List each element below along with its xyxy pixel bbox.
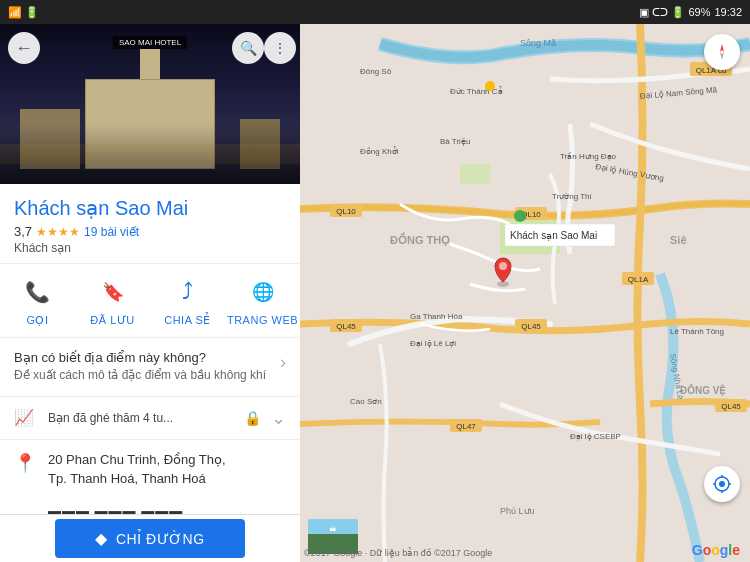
saved-icon: 🔖	[95, 274, 131, 310]
svg-text:Trường Thi: Trường Thi	[552, 192, 592, 201]
expand-icon: ⌄	[271, 407, 286, 429]
directions-button[interactable]: ◆ CHỈ ĐƯỜNG	[55, 519, 244, 558]
map-panel: Sông Mã QL1A cũ QL10 QL10 QL1A QL45 QL45	[300, 24, 750, 562]
my-location-button[interactable]	[704, 466, 740, 502]
svg-text:Siê: Siê	[670, 234, 687, 246]
share-label: CHIA SẺ	[164, 314, 211, 327]
svg-text:🏔: 🏔	[330, 526, 336, 532]
svg-text:Đông Sô: Đông Sô	[360, 67, 392, 76]
back-button[interactable]: ←	[8, 32, 40, 64]
battery-indicator: ▣ ᑕᑐ 🔋 69%	[639, 6, 710, 19]
image-overlay	[0, 124, 300, 184]
svg-text:QL45: QL45	[521, 322, 541, 331]
status-icons: 📶 🔋	[8, 6, 39, 19]
svg-text:Ga Thanh Hóa: Ga Thanh Hóa	[410, 312, 463, 321]
know-title: Bạn có biết địa điểm này không?	[14, 350, 266, 365]
phone-icon: 📞	[20, 274, 56, 310]
bottom-bar: ◆ CHỈ ĐƯỜNG	[0, 514, 300, 562]
address-text: 20 Phan Chu Trinh, Đồng Thọ,Tp. Thanh Ho…	[48, 450, 226, 489]
hotel-type: Khách sạn	[14, 241, 286, 255]
hotel-sign-text: SAO MAI HOTEL	[113, 36, 187, 49]
hotel-image: SAO MAI HOTEL ← 🔍 ⋮	[0, 24, 300, 184]
google-g: G	[692, 542, 703, 558]
know-section[interactable]: Bạn có biết địa điểm này không? Đề xuất …	[0, 338, 300, 397]
svg-rect-2	[460, 164, 490, 184]
svg-text:Phú Lưu: Phú Lưu	[500, 506, 535, 516]
google-e: e	[732, 542, 740, 558]
compass-button[interactable]	[704, 34, 740, 70]
hotel-info-section: Khách sạn Sao Mai 3,7 ★★★★ 19 bài viết K…	[0, 184, 300, 264]
star-rating: ★★★★	[36, 225, 80, 239]
svg-text:Bà Triệu: Bà Triệu	[440, 137, 470, 146]
share-icon: ⤴	[170, 274, 206, 310]
svg-text:Trần Hưng Đạo: Trần Hưng Đạo	[560, 152, 617, 161]
actions-bar: 📞 GỌI 🔖 ĐÃ LƯU ⤴ CHIA SẺ 🌐 TRANG WEB	[0, 264, 300, 338]
call-action[interactable]: 📞 GỌI	[0, 274, 75, 327]
location-icon: 📍	[14, 452, 38, 474]
svg-text:ĐÔNG VỆ: ĐÔNG VỆ	[680, 384, 726, 396]
status-bar: 📶 🔋 ▣ ᑕᑐ 🔋 69% 19:32	[0, 0, 750, 24]
svg-text:Lê Thánh Tông: Lê Thánh Tông	[670, 327, 724, 336]
svg-point-38	[514, 210, 526, 222]
call-label: GỌI	[26, 314, 48, 327]
know-arrow-icon: ›	[280, 352, 286, 373]
know-description: Đề xuất cách mô tả đặc điểm và bầu không…	[14, 367, 266, 384]
directions-label: CHỈ ĐƯỜNG	[116, 531, 205, 547]
status-left: 📶 🔋	[8, 6, 39, 19]
web-label: TRANG WEB	[227, 314, 298, 326]
svg-text:QL1A: QL1A	[628, 275, 649, 284]
lock-icon: 🔒	[244, 410, 261, 426]
web-icon: 🌐	[245, 274, 281, 310]
svg-text:Đại lộ Lê Lợi: Đại lộ Lê Lợi	[410, 339, 456, 348]
svg-text:QL45: QL45	[721, 402, 741, 411]
left-panel: SAO MAI HOTEL ← 🔍 ⋮ Khách sạn Sao Mai 3,…	[0, 24, 300, 562]
time: 19:32	[714, 6, 742, 18]
svg-text:Đồng Khởi: Đồng Khởi	[360, 146, 399, 156]
know-text: Bạn có biết địa điểm này không? Đề xuất …	[14, 350, 266, 384]
google-logo: Google	[692, 542, 740, 558]
svg-point-39	[485, 81, 495, 91]
map-container[interactable]: Sông Mã QL1A cũ QL10 QL10 QL1A QL45 QL45	[300, 24, 750, 562]
map-copyright: ©2017 Google · Dữ liệu bản đồ ©2017 Goog…	[304, 548, 492, 558]
svg-text:Sông Mã: Sông Mã	[520, 38, 556, 48]
address-section: 📍 20 Phan Chu Trinh, Đồng Thọ,Tp. Thanh …	[0, 440, 300, 499]
visit-chart-icon: 📈	[14, 408, 38, 427]
google-o2: o	[711, 542, 720, 558]
search-button[interactable]: 🔍	[232, 32, 264, 64]
google-o1: o	[703, 542, 712, 558]
svg-text:QL47: QL47	[456, 422, 476, 431]
svg-text:ĐỒNG THỌ: ĐỒNG THỌ	[390, 232, 450, 247]
svg-marker-49	[720, 52, 724, 60]
svg-point-41	[499, 262, 507, 270]
directions-icon: ◆	[95, 529, 108, 548]
more-button[interactable]: ⋮	[264, 32, 296, 64]
share-action[interactable]: ⤴ CHIA SẺ	[150, 274, 225, 327]
status-right: ▣ ᑕᑐ 🔋 69% 19:32	[639, 6, 742, 19]
hotel-name: Khách sạn Sao Mai	[14, 196, 286, 220]
saved-label: ĐÃ LƯU	[90, 314, 134, 327]
svg-text:Đại lộ CSEBP: Đại lộ CSEBP	[570, 432, 621, 441]
rating-number: 3,7	[14, 224, 32, 239]
svg-marker-48	[720, 44, 724, 52]
rating-row: 3,7 ★★★★ 19 bài viết	[14, 224, 286, 239]
map-svg: Sông Mã QL1A cũ QL10 QL10 QL1A QL45 QL45	[300, 24, 750, 562]
visit-text: Bạn đã ghé thăm 4 tu...	[48, 411, 234, 425]
review-count: 19 bài viết	[84, 225, 139, 239]
svg-text:QL10: QL10	[336, 207, 356, 216]
web-action[interactable]: 🌐 TRANG WEB	[225, 274, 300, 327]
svg-text:Khách sạn Sao Mai: Khách sạn Sao Mai	[510, 230, 597, 241]
saved-action[interactable]: 🔖 ĐÃ LƯU	[75, 274, 150, 327]
visit-section[interactable]: 📈 Bạn đã ghé thăm 4 tu... 🔒 ⌄	[0, 397, 300, 440]
svg-point-50	[719, 481, 725, 487]
svg-text:QL45: QL45	[336, 322, 356, 331]
svg-text:Cao Sơn: Cao Sơn	[350, 397, 382, 406]
